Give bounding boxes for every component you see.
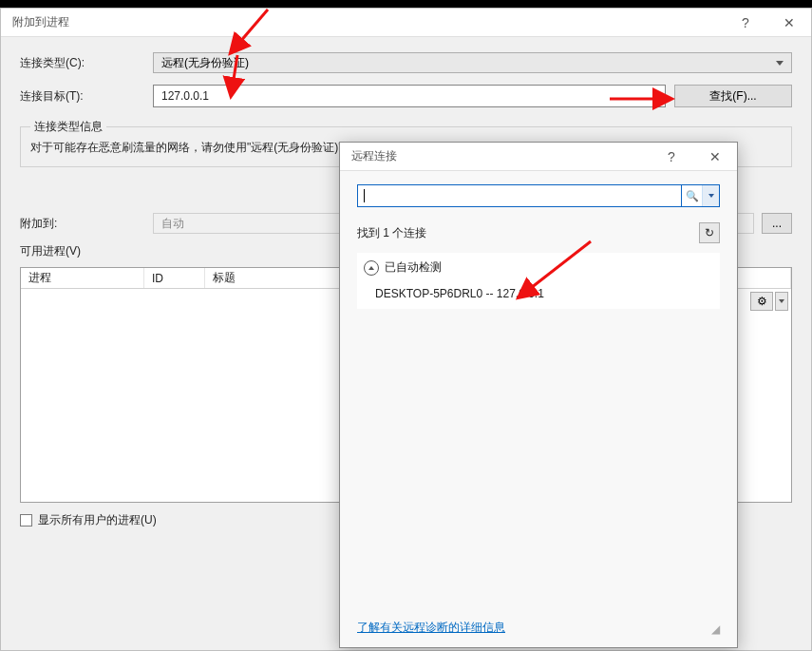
info-group-title: 连接类型信息 [30,119,106,135]
gear-icon: ⚙ [757,295,767,308]
search-button[interactable]: 🔍 [681,185,702,206]
col-id[interactable]: ID [144,268,205,288]
filter-dropdown-button[interactable] [775,292,788,311]
show-all-users-label: 显示所有用户的进程(U) [38,512,157,528]
connection-type-label: 连接类型(C): [20,55,153,71]
attach-to-label: 附加到: [20,216,153,232]
main-titlebar: 附加到进程 [1,9,811,37]
connection-type-select[interactable]: 远程(无身份验证) [153,52,792,73]
text-cursor [364,189,365,202]
connection-target-label: 连接目标(T): [20,88,153,105]
search-icon: 🔍 [686,190,699,202]
auto-detected-group-header[interactable]: 已自动检测 [358,254,719,281]
connection-type-value: 远程(无身份验证) [161,55,249,71]
ide-menu-strip [0,0,812,8]
refresh-icon: ↻ [705,226,714,239]
refresh-button[interactable]: ↻ [699,222,720,243]
popup-help-button[interactable] [650,143,693,171]
learn-more-link[interactable]: 了解有关远程诊断的详细信息 [357,620,505,636]
connection-target-value: 127.0.0.1 [161,89,209,103]
attach-to-select-button[interactable]: ... [762,213,792,234]
chevron-up-icon [364,260,379,276]
show-all-users-checkbox[interactable] [20,514,32,527]
col-process[interactable]: 进程 [21,268,144,288]
filter-gear-button[interactable]: ⚙ [750,292,773,311]
close-button[interactable] [767,9,811,37]
popup-close-button[interactable] [693,143,737,171]
search-dropdown-button[interactable] [702,185,719,206]
popup-title: 远程连接 [351,148,397,164]
search-input[interactable] [358,185,681,206]
process-list-tools: ⚙ [750,292,788,311]
connection-target-input[interactable]: 127.0.0.1 [153,85,666,107]
popup-titlebar: 远程连接 [340,143,737,171]
results-list: 已自动检测 DESKTOP-5P6DRL0 -- 127.0.0.1 [357,253,720,309]
search-box: 🔍 [357,184,720,207]
connection-result-item[interactable]: DESKTOP-5P6DRL0 -- 127.0.0.1 [358,281,719,308]
resize-grip[interactable]: ◢ [711,622,720,636]
remote-connections-dialog: 远程连接 🔍 找到 1 个连接 ↻ 已自动检测 [339,142,738,648]
main-title: 附加到进程 [12,14,69,30]
help-button[interactable] [724,9,767,37]
found-count-label: 找到 1 个连接 [357,225,426,241]
find-button[interactable]: 查找(F)... [674,85,792,107]
